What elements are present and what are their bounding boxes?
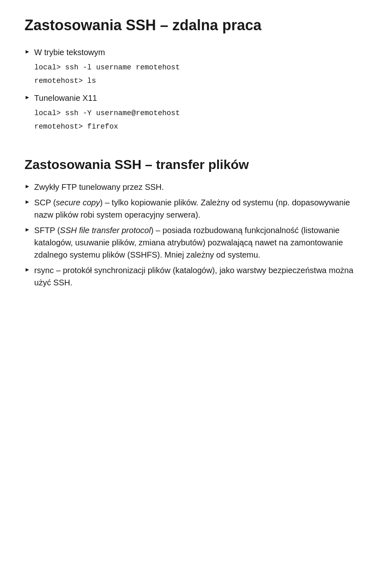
- bullet-text: SFTP (SSH file transfer protocol) – posi…: [34, 226, 343, 259]
- bullet-arrow-icon: ►: [24, 182, 30, 191]
- bullet-text: rsync – protokół synchronizacji plików (…: [34, 266, 353, 287]
- list-item: ► Tunelowanie X11: [24, 92, 368, 104]
- list-item: ► Zwykły FTP tunelowany przez SSH.: [24, 181, 368, 193]
- bullet-arrow-icon: ►: [24, 265, 30, 274]
- section2-title: Zastosowania SSH – transfer plików: [24, 157, 368, 172]
- bullet-text: SCP (secure copy) – tylko kopiowanie pli…: [34, 198, 350, 219]
- code-line: local> ssh -l username remotehost: [34, 62, 368, 73]
- code-line: remotehost> ls: [34, 75, 368, 87]
- list-item: ► SCP (secure copy) – tylko kopiowanie p…: [24, 196, 368, 221]
- bullet-text: Zwykły FTP tunelowany przez SSH.: [34, 182, 164, 191]
- bullet-label: Tunelowanie X11: [34, 93, 97, 102]
- bullet-label: W trybie tekstowym: [34, 48, 105, 57]
- section2: ► Zwykły FTP tunelowany przez SSH. ► SCP…: [24, 181, 368, 289]
- bullet-arrow-icon: ►: [24, 47, 30, 56]
- list-item: ► SFTP (SSH file transfer protocol) – po…: [24, 224, 368, 261]
- section1: ► W trybie tekstowym local> ssh -l usern…: [24, 46, 368, 132]
- bullet-arrow-icon: ►: [24, 93, 30, 102]
- code-line: local> ssh -Y username@remotehost: [34, 107, 368, 119]
- code-line: remotehost> firefox: [34, 121, 368, 133]
- page-title: Zastosowania SSH – zdalna praca: [24, 16, 368, 34]
- list-item: ► rsync – protokół synchronizacji plików…: [24, 264, 368, 289]
- bullet-arrow-icon: ►: [24, 225, 30, 234]
- list-item: ► W trybie tekstowym: [24, 46, 368, 58]
- bullet-arrow-icon: ►: [24, 198, 30, 206]
